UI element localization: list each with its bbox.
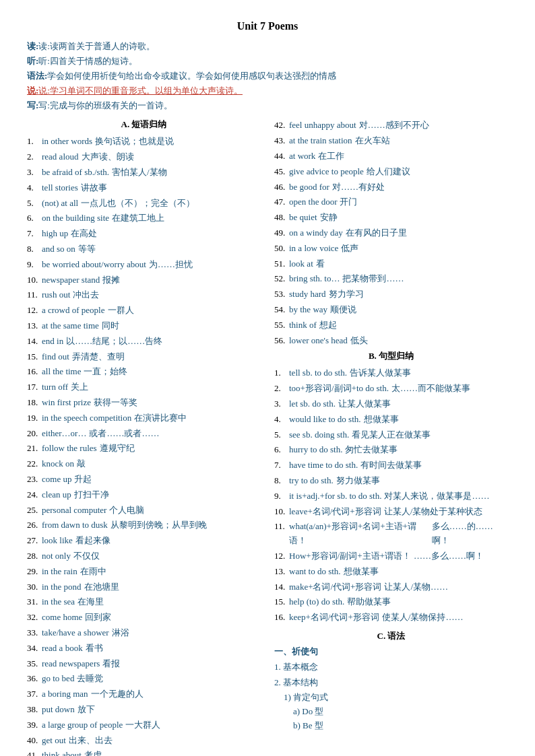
vocab-right-item: 46.be good for对……有好处 [274, 180, 508, 195]
vocab-left-item: 25.personal computer个人电脑 [27, 504, 261, 518]
vocab-left-item: 12.a crowd of people一群人 [27, 304, 261, 318]
vocab-left-item: 31.in the sea在海里 [27, 595, 261, 609]
sentence-pattern-item: 8.try to do sth.努力做某事 [274, 474, 508, 488]
vocab-left-item: 3.be afraid of sb./sth.害怕某人/某物 [27, 166, 261, 180]
vocab-right-item: 49.on a windy day在有风的日子里 [274, 226, 508, 240]
vocab-left: 1.in other words换句话说；也就是说2.read aloud大声读… [27, 135, 261, 756]
vocab-left-item: 14.end in以……结尾；以……告终 [27, 335, 261, 349]
section-b-title: B. 句型归纳 [274, 350, 508, 362]
vocab-left-item: 5.(not) at all一点儿也（不）；完全（不） [27, 197, 261, 211]
vocab-left-item: 20.either…or…或者……或者…… [27, 427, 261, 441]
section-c-title: C. 语法 [274, 630, 508, 642]
vocab-left-item: 1.in other words换句话说；也就是说 [27, 135, 261, 149]
vocab-left-item: 26.from dawn to dusk从黎明到傍晚；从早到晚 [27, 518, 261, 532]
sentence-pattern-item: 12.How+形容词/副词+主语+谓语！……多么……啊！ [274, 549, 508, 563]
vocab-left-item: 21.follow the rules遵规守纪 [27, 442, 261, 456]
sentence-pattern-item: 2.too+形容词/副词+to do sth.太……而不能做某事 [274, 382, 508, 396]
grammar-c-main-item: 1. 基本概念 [274, 660, 508, 675]
vocab-left-item: 35.read newspapers看报 [27, 657, 261, 671]
sentence-pattern-item: 9.it is+adj.+for sb. to do sth.对某人来说，做某事… [274, 489, 508, 504]
vocab-left-item: 2.read aloud大声读、朗读 [27, 150, 261, 164]
vocab-right-item: 50.in a low voice低声 [274, 242, 508, 256]
vocab-left-item: 4.tell stories讲故事 [27, 181, 261, 195]
vocab-left-item: 23.come up升起 [27, 473, 261, 487]
vocab-left-item: 22.knock on敲 [27, 457, 261, 471]
vocab-left-item: 29.in the rain在雨中 [27, 565, 261, 579]
section-a-title: A. 短语归纳 [27, 118, 261, 131]
vocab-left-item: 30.in the pond在池塘里 [27, 580, 261, 594]
sentence-pattern-item: 16.keep+名词/代词+形容词使某人/某物保持…… [274, 611, 508, 625]
vocab-left-item: 36.go to bed去睡觉 [27, 672, 261, 686]
vocab-left-item: 19.in the speech competition在演讲比赛中 [27, 411, 261, 425]
vocab-left-item: 33.take/have a shower淋浴 [27, 626, 261, 640]
sentence-pattern-item: 14.make+名词/代词+形容词让某人/某物…… [274, 580, 508, 594]
vocab-left-item: 32.come home回到家 [27, 611, 261, 625]
vocab-right-item: 42.feel unhappy about对……感到不开心 [274, 118, 508, 133]
sentence-pattern-item: 13.want to do sth.想做某事 [274, 565, 508, 579]
sentence-pattern-item: 1.tell sb. to do sth.告诉某人做某事 [274, 366, 508, 380]
sentence-pattern-item: 11.what(a/an)+形容词+名词+主语+谓语！多么……的……啊！ [274, 520, 508, 548]
sentence-pattern-item: 5.see sb. doing sth.看见某人正在做某事 [274, 428, 508, 442]
page-title: Unit 7 Poems [27, 20, 508, 32]
intro-grammar: 语法:学会如何使用祈使句给出命令或建议。学会如何使用感叹句表达强烈的情感 [27, 69, 508, 83]
vocab-left-item: 18.win first prize获得一等奖 [27, 396, 261, 410]
vocab-right-item: 54.by the way顺便说 [274, 303, 508, 317]
vocab-right-item: 51.look at看 [274, 257, 508, 271]
vocab-right-item: 47.open the door开门 [274, 195, 508, 209]
vocab-right-item: 48.be quiet安静 [274, 211, 508, 225]
sentence-patterns: 1.tell sb. to do sth.告诉某人做某事2.too+形容词/副词… [274, 366, 508, 625]
grammar-c-main-item: 2. 基本结构 [274, 676, 508, 690]
vocab-left-item: 15.find out弄清楚、查明 [27, 350, 261, 364]
right-column: 42.feel unhappy about对……感到不开心43.at the t… [268, 118, 508, 756]
vocab-left-item: 40.get out出来、出去 [27, 734, 261, 748]
vocab-left-item: 10.newspaper stand报摊 [27, 273, 261, 287]
vocab-left-item: 37.a boring man一个无趣的人 [27, 687, 261, 701]
sentence-pattern-item: 3.let sb. do sth.让某人做某事 [274, 397, 508, 411]
vocab-left-item: 27.look like看起来像 [27, 534, 261, 548]
vocab-left-item: 13.at the same time同时 [27, 319, 261, 333]
vocab-right-item: 52.bring sth. to…把某物带到…… [274, 272, 508, 286]
sentence-pattern-item: 6.hurry to do sth.匆忙去做某事 [274, 443, 508, 457]
vocab-left-item: 38.put down放下 [27, 703, 261, 717]
vocab-right-item: 43.at the train station在火车站 [274, 134, 508, 148]
vocab-left-item: 6.on the building site在建筑工地上 [27, 211, 261, 226]
section-c: C. 语法 一、祈使句1. 基本概念2. 基本结构1) 肯定句式a) Do 型b… [274, 630, 508, 733]
vocab-left-item: 28.not only不仅仅 [27, 549, 261, 563]
vocab-left-item: 11.rush out冲出去 [27, 288, 261, 302]
intro-write: 写:写:完成与你的班级有关的一首诗。 [27, 98, 508, 113]
vocab-left-item: 34.read a book看书 [27, 642, 261, 656]
left-column: A. 短语归纳 1.in other words换句话说；也就是说2.read … [27, 118, 268, 756]
vocab-right-item: 55.think of想起 [274, 318, 508, 333]
vocab-left-item: 8.and so on等等 [27, 242, 261, 256]
vocab-right: 42.feel unhappy about对……感到不开心43.at the t… [274, 118, 508, 347]
grammar-c-sub-item: 1) 肯定句式 [284, 691, 508, 705]
sentence-pattern-item: 7.have time to do sth.有时间去做某事 [274, 458, 508, 473]
vocab-left-item: 9.be worried about/worry about为……担忧 [27, 258, 261, 272]
intro-read: 读:读:读两首关于普通人的诗歌。 [27, 39, 508, 54]
grammar-c: 一、祈使句1. 基本概念2. 基本结构1) 肯定句式a) Do 型b) Be 型 [274, 645, 508, 733]
sentence-pattern-item: 15.help (to) do sth.帮助做某事 [274, 595, 508, 609]
vocab-left-item: 39.a large group of people一大群人 [27, 718, 261, 732]
vocab-right-item: 56.lower one's head低头 [274, 334, 508, 348]
intro-listen: 听:听:四首关于情感的短诗。 [27, 54, 508, 69]
vocab-left-item: 17.turn off关上 [27, 380, 261, 394]
vocab-left-item: 7.high up在高处 [27, 227, 261, 241]
sentence-pattern-item: 10.leave+名词/代词+形容词让某人/某物处于某种状态 [274, 505, 508, 519]
vocab-right-item: 53.study hard努力学习 [274, 287, 508, 302]
grammar-c-title: 一、祈使句 [274, 645, 508, 659]
vocab-left-item: 41.think about考虑 [27, 749, 261, 756]
sentence-pattern-item: 4.would like to do sth.想做某事 [274, 413, 508, 427]
grammar-c-subsub-item: a) Do 型 [293, 705, 508, 719]
intro-speak: 说:说:学习单词不同的重音形式。以组为单位大声读诗。 [27, 83, 508, 98]
vocab-right-item: 45.give advice to people给人们建议 [274, 165, 508, 179]
grammar-c-subsub-item: b) Be 型 [293, 719, 508, 733]
vocab-left-item: 16.all the time一直；始终 [27, 365, 261, 379]
vocab-left-item: 24.clean up打扫干净 [27, 488, 261, 502]
vocab-right-item: 44.at work在工作 [274, 149, 508, 164]
